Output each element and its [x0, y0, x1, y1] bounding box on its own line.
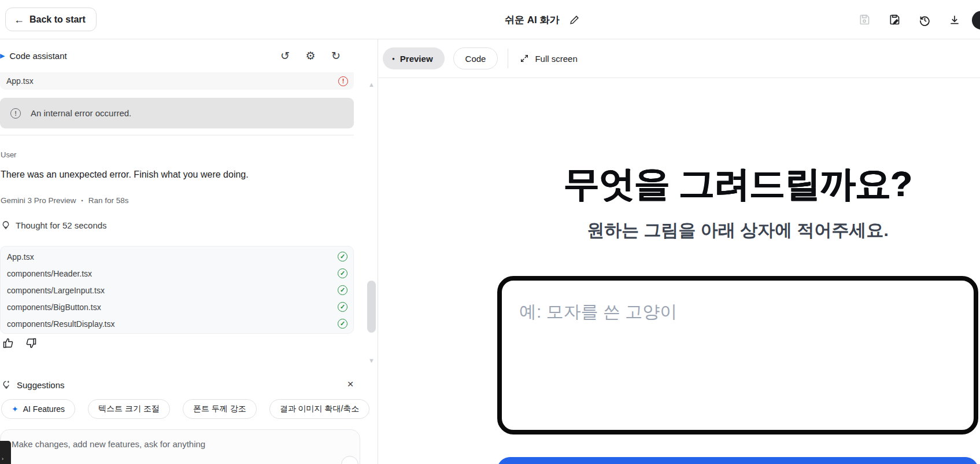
file-row-error[interactable]: App.tsx ! [0, 72, 354, 90]
check-circle-icon: ✓ [338, 285, 347, 295]
feedback-row [2, 337, 38, 350]
error-banner: ! An internal error occurred. [0, 98, 354, 128]
run-metadata: Gemini 3 Pro Preview • Ran for 58s [1, 196, 129, 205]
user-message: There was an unexpected error. Finish wh… [1, 170, 249, 180]
chip-label: 폰트 두께 강조 [193, 404, 246, 414]
thumbs-up-icon[interactable] [2, 337, 15, 350]
error-status-icon: ! [338, 76, 348, 86]
thought-summary[interactable]: Thought for 52 seconds [1, 220, 107, 230]
prompt-input[interactable] [12, 439, 335, 449]
model-name: Gemini 3 Pro Preview [1, 196, 76, 205]
edit-title-pencil-icon[interactable] [567, 13, 581, 27]
check-circle-icon: ✓ [338, 268, 347, 278]
fullscreen-button[interactable]: Full screen [520, 54, 577, 64]
back-arrow-icon: ← [14, 14, 24, 25]
back-to-start-button[interactable]: ← Back to start [5, 8, 97, 31]
chip-label: 결과 이미지 확대/축소 [280, 404, 360, 414]
check-circle-icon: ✓ [338, 252, 347, 262]
thought-text: Thought for 52 seconds [16, 220, 107, 230]
save-icon[interactable] [853, 8, 876, 31]
preview-viewport: 무엇을 그려드릴까요? 원하는 그림을 아래 상자에 적어주세요. 그림 그리기 [379, 79, 980, 464]
back-to-start-label: Back to start [29, 14, 86, 25]
project-title: 쉬운 AI 화가 [505, 13, 559, 27]
send-button[interactable] [341, 456, 358, 464]
app-window: ← Back to start 쉬운 AI 화가 [0, 0, 980, 464]
file-name: components/LargeInput.tsx [7, 286, 105, 295]
tab-code[interactable]: Code [453, 47, 498, 69]
chat-history-icon[interactable]: ↺ [276, 47, 294, 65]
file-row[interactable]: components/BigButton.tsx ✓ [1, 299, 353, 315]
generated-files-list: App.tsx ✓ components/Header.tsx ✓ compon… [0, 246, 354, 334]
save-copy-icon[interactable] [883, 8, 906, 31]
prompt-composer [0, 429, 360, 464]
file-name: components/ResultDisplay.tsx [7, 319, 114, 329]
chip-font-weight[interactable]: 폰트 두께 강조 [183, 399, 257, 419]
file-row[interactable]: components/LargeInput.tsx ✓ [1, 282, 353, 299]
suggestions-lightbulb-icon [2, 380, 11, 390]
file-name: components/Header.tsx [7, 269, 92, 278]
chip-ai-features[interactable]: ✦ AI Features [1, 399, 75, 419]
collapse-triangle-icon[interactable]: ▶ [0, 53, 5, 59]
run-duration: Ran for 58s [88, 196, 129, 205]
user-turn-label: User [1, 150, 16, 159]
preview-panel: ● Preview Code Full screen 무엇을 그려드릴까요? 원… [379, 39, 980, 464]
assistant-header: ▶ Code assistant ↺ ⚙ ↻ [0, 39, 378, 72]
suggestions-header: Suggestions × [2, 377, 358, 393]
file-name: App.tsx [6, 76, 34, 86]
thumbs-down-icon[interactable] [25, 337, 38, 350]
file-name: App.tsx [7, 252, 34, 262]
lightbulb-icon [1, 220, 10, 230]
tab-code-label: Code [465, 54, 486, 64]
chip-label: AI Features [23, 404, 65, 414]
chip-label: 텍스트 크기 조절 [98, 404, 160, 414]
alert-circle-icon: ! [10, 108, 21, 119]
toolbar-divider [508, 49, 508, 68]
tab-preview-label: Preview [400, 54, 433, 64]
overlay-block: › [0, 441, 11, 464]
suggestion-chips: ✦ AI Features 텍스트 크기 조절 폰트 두께 강조 결과 이미지 … [1, 399, 371, 419]
refresh-icon[interactable]: ↻ [327, 47, 345, 65]
close-suggestions-icon[interactable]: × [343, 377, 358, 392]
divider [0, 135, 354, 135]
drawing-prompt-textarea[interactable] [497, 276, 978, 434]
download-icon[interactable] [943, 8, 966, 31]
version-history-icon[interactable] [913, 8, 936, 31]
settings-gear-icon[interactable]: ⚙ [302, 47, 319, 65]
check-circle-icon: ✓ [338, 302, 347, 312]
file-name: components/BigButton.tsx [7, 303, 101, 312]
active-dot-icon: ● [392, 56, 395, 61]
file-row[interactable]: App.tsx ✓ [1, 248, 353, 265]
draw-button[interactable]: 그림 그리기 [497, 457, 978, 464]
error-banner-text: An internal error occurred. [31, 108, 131, 118]
scroll-down-icon[interactable]: ▼ [367, 357, 376, 364]
file-row[interactable]: components/Header.tsx ✓ [1, 265, 353, 282]
avatar[interactable] [972, 11, 980, 30]
suggestions-title: Suggestions [17, 380, 65, 390]
assistant-title: Code assistant [9, 51, 66, 61]
file-row[interactable]: components/ResultDisplay.tsx ✓ [1, 315, 353, 332]
scroll-up-icon[interactable]: ▲ [367, 81, 376, 88]
preview-toolbar: ● Preview Code Full screen [379, 39, 980, 78]
code-assistant-panel: ▶ Code assistant ↺ ⚙ ↻ App.tsx ! ! An in… [0, 39, 378, 464]
tab-preview[interactable]: ● Preview [383, 47, 445, 69]
top-bar: ← Back to start 쉬운 AI 화가 [0, 0, 980, 39]
meta-separator: • [82, 198, 83, 204]
check-circle-icon: ✓ [338, 319, 347, 329]
scrollbar-thumb[interactable] [367, 281, 376, 333]
expand-icon [520, 54, 529, 63]
chip-image-zoom[interactable]: 결과 이미지 확대/축소 [269, 399, 370, 419]
chip-text-size[interactable]: 텍스트 크기 조절 [88, 399, 170, 419]
sparkle-icon: ✦ [12, 404, 19, 414]
fullscreen-label: Full screen [535, 54, 577, 64]
